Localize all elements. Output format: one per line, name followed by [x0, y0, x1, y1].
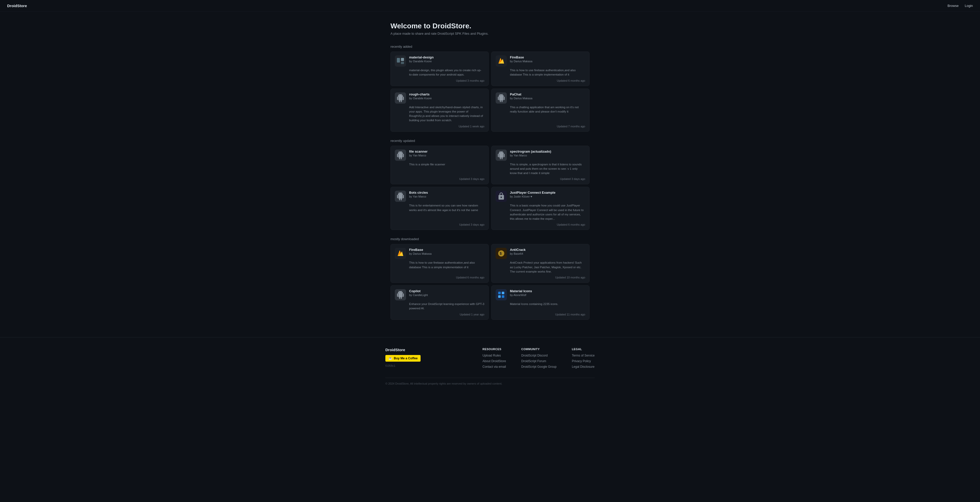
card-copilot[interactable]: Copilot by CandleLight Enhance your Droi… [390, 285, 489, 320]
card-name-spectrogram: spectrogram (actualizado) [510, 149, 585, 153]
card-pachat[interactable]: PaChat by Darius Makasa This a chatting … [491, 89, 590, 132]
android-svg-copilot [396, 291, 404, 299]
card-desc-material-icons: Material Icons containing 2235 icons. [496, 302, 585, 311]
svg-rect-2 [401, 62, 404, 64]
main-content: Welcome to DroidStore. A place made to s… [385, 12, 595, 337]
card-meta-firebase-1: FireBase by Darius Makasa [510, 56, 585, 63]
card-meta-spectrogram: spectrogram (actualizado) by Yan Marco [510, 149, 585, 157]
footer-legal-disclosure[interactable]: Legal Disclosure [572, 365, 595, 369]
lock-svg [497, 192, 505, 200]
card-updated-material-design: Updated 3 months ago [395, 79, 484, 82]
mostly-downloaded-grid: FireBase by Darius Makasa This is how to… [390, 244, 590, 319]
section-recently-added: recently added material-design [390, 44, 590, 132]
card-spectrogram[interactable]: spectrogram (actualizado) by Yan Marco T… [491, 146, 590, 184]
card-justplayer[interactable]: JustPlayer Connect Example by Justin Klü… [491, 187, 590, 230]
card-desc-rough-charts: Add Interactive and sketchy/hand-drawn s… [395, 105, 484, 123]
card-author-spectrogram: by Yan Marco [510, 154, 585, 157]
card-name-bots-circles: Bots circles [409, 191, 484, 194]
card-desc-pachat: This a chatting application that am work… [496, 105, 585, 123]
card-firebase-1[interactable]: FireBase by Darius Makasa This is how to… [491, 52, 590, 86]
section-recently-updated: recently updated file scanner by Yan Mar… [390, 139, 590, 230]
android-svg-rough [396, 94, 404, 102]
buy-coffee-button[interactable]: ☕ Buy Me a Coffee [385, 355, 421, 362]
card-meta-copilot: Copilot by CandleLight [409, 289, 484, 297]
card-author-material-design: by Oarabile Koore [409, 60, 484, 63]
card-meta-file-scanner: file scanner by Yan Marco [409, 149, 484, 157]
copyright-text: © 2024 DroidStore, All intellectual prop… [385, 382, 502, 385]
coffee-icon: ☕ [388, 356, 392, 360]
card-desc-spectrogram: This is simple, a spectrogram is that it… [496, 162, 585, 176]
card-anticrack[interactable]: $ AntiCrack by Base64 AntiCrack Protect … [491, 244, 590, 283]
card-name-material-icons: Material Icons [510, 289, 585, 293]
svg-rect-12 [502, 292, 504, 294]
card-author-rough-charts: by Oarabile Koore [409, 97, 484, 100]
card-name-file-scanner: file scanner [409, 149, 484, 153]
section-label-recently-added: recently added [390, 44, 590, 49]
footer-col-legal: LEGAL Terms of Service Privacy Policy Le… [572, 348, 595, 370]
footer-community-heading: COMMUNITY [522, 348, 557, 351]
footer-google-group[interactable]: DroidScript Google Group [522, 365, 557, 369]
card-name-firebase-1: FireBase [510, 56, 585, 59]
card-author-firebase-1: by Darius Makasa [510, 60, 585, 63]
card-updated-firebase-2: Updated 6 months ago [395, 276, 484, 279]
card-firebase-2[interactable]: FireBase by Darius Makasa This is how to… [390, 244, 489, 283]
footer-upload-rules[interactable]: Upload Rules [483, 354, 506, 357]
section-label-mostly-downloaded: mostly downloaded [390, 237, 590, 241]
bots-circles-icon [395, 191, 406, 202]
card-meta-rough-charts: rough-charts by Oarabile Koore [409, 92, 484, 100]
card-material-icons[interactable]: Material Icons by AloneWolf Material Ico… [491, 285, 590, 320]
footer-contact[interactable]: Contact via email [483, 365, 506, 369]
svg-rect-11 [498, 292, 501, 294]
card-updated-material-icons: Updated 11 months ago [496, 313, 585, 316]
footer-forum[interactable]: DroidScript Forum [522, 359, 557, 363]
card-updated-pachat: Updated 7 months ago [496, 125, 585, 128]
android-svg-spec [497, 151, 505, 159]
footer-col-resources: RESOURCES Upload Rules About DroidStore … [483, 348, 506, 370]
material-icons-svg [497, 291, 505, 299]
section-mostly-downloaded: mostly downloaded FireBase by Darius Mak… [390, 237, 590, 319]
card-updated-rough-charts: Updated 1 week ago [395, 125, 484, 128]
footer-about[interactable]: About DroidStore [483, 359, 506, 363]
card-desc-justplayer: This is a basic example how you could us… [496, 203, 585, 221]
firebase-svg-2 [396, 249, 404, 257]
spectrogram-icon [496, 149, 507, 161]
footer-privacy[interactable]: Privacy Policy [572, 359, 595, 363]
card-file-scanner[interactable]: file scanner by Yan Marco This is a simp… [390, 146, 489, 184]
card-desc-material-design: material-design, this plugin allows you … [395, 68, 484, 77]
anticrack-svg: $ [497, 249, 505, 257]
buy-coffee-label: Buy Me a Coffee [394, 356, 417, 360]
svg-rect-14 [502, 295, 504, 298]
card-name-copilot: Copilot [409, 289, 484, 293]
card-meta-material-icons: Material Icons by AloneWolf [510, 289, 585, 297]
footer-discord[interactable]: DroidScript Discord [522, 354, 557, 357]
nav-logo[interactable]: DroidStore [7, 3, 27, 8]
firebase-icon-2 [395, 248, 406, 259]
card-name-anticrack: AntiCrack [510, 248, 585, 252]
material-icons-icon [496, 289, 507, 300]
card-rough-charts[interactable]: rough-charts by Oarabile Koore Add Inter… [390, 89, 489, 132]
footer-terms[interactable]: Terms of Service [572, 354, 595, 357]
browse-link[interactable]: Browse [948, 4, 959, 8]
card-bots-circles[interactable]: Bots circles by Yan Marco This is for en… [390, 187, 489, 230]
android-svg-bots [396, 192, 404, 200]
android-svg-fs [396, 151, 404, 159]
card-desc-anticrack: AntiCrack Protect your applications from… [496, 261, 585, 274]
login-link[interactable]: Login [965, 4, 973, 8]
card-meta-bots-circles: Bots circles by Yan Marco [409, 191, 484, 198]
card-author-file-scanner: by Yan Marco [409, 154, 484, 157]
card-meta-anticrack: AntiCrack by Base64 [510, 248, 585, 255]
anticrack-icon: $ [496, 248, 507, 259]
footer-logo: DroidStore [385, 348, 436, 352]
card-desc-bots-circles: This is for entertainment so you can see… [395, 203, 484, 221]
card-updated-justplayer: Updated 6 months ago [496, 223, 585, 226]
card-desc-file-scanner: This is a simple file scanner [395, 162, 484, 176]
card-name-firebase-2: FireBase [409, 248, 484, 252]
section-label-recently-updated: recently updated [390, 139, 590, 143]
android-svg-pachat [497, 94, 505, 102]
card-material-design[interactable]: material-design by Oarabile Koore materi… [390, 52, 489, 86]
card-updated-firebase-1: Updated 6 months ago [496, 79, 585, 82]
card-author-bots-circles: by Yan Marco [409, 195, 484, 198]
pachat-icon [496, 92, 507, 103]
recently-added-grid: material-design by Oarabile Koore materi… [390, 52, 590, 132]
firebase-icon-1 [496, 56, 507, 67]
